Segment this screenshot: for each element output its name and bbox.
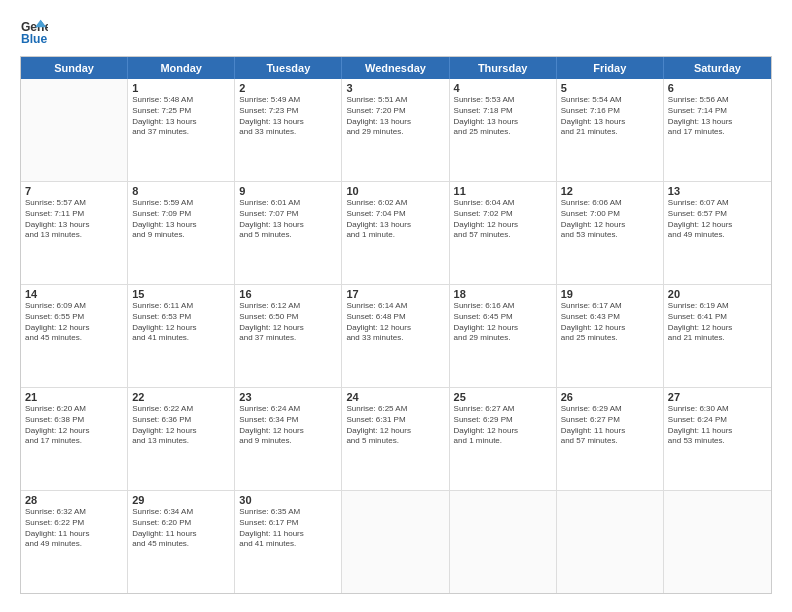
cell-detail: Sunrise: 6:11 AM Sunset: 6:53 PM Dayligh… xyxy=(132,301,230,344)
day-number: 9 xyxy=(239,185,337,197)
calendar-cell: 5Sunrise: 5:54 AM Sunset: 7:16 PM Daylig… xyxy=(557,79,664,181)
day-number: 28 xyxy=(25,494,123,506)
day-number: 1 xyxy=(132,82,230,94)
cell-detail: Sunrise: 6:30 AM Sunset: 6:24 PM Dayligh… xyxy=(668,404,767,447)
cell-detail: Sunrise: 6:20 AM Sunset: 6:38 PM Dayligh… xyxy=(25,404,123,447)
calendar-cell: 25Sunrise: 6:27 AM Sunset: 6:29 PM Dayli… xyxy=(450,388,557,490)
cell-detail: Sunrise: 6:16 AM Sunset: 6:45 PM Dayligh… xyxy=(454,301,552,344)
day-number: 11 xyxy=(454,185,552,197)
header-day-sunday: Sunday xyxy=(21,57,128,79)
calendar-cell: 12Sunrise: 6:06 AM Sunset: 7:00 PM Dayli… xyxy=(557,182,664,284)
cell-detail: Sunrise: 6:24 AM Sunset: 6:34 PM Dayligh… xyxy=(239,404,337,447)
cell-detail: Sunrise: 6:12 AM Sunset: 6:50 PM Dayligh… xyxy=(239,301,337,344)
cell-detail: Sunrise: 6:27 AM Sunset: 6:29 PM Dayligh… xyxy=(454,404,552,447)
cell-detail: Sunrise: 5:57 AM Sunset: 7:11 PM Dayligh… xyxy=(25,198,123,241)
calendar-cell: 30Sunrise: 6:35 AM Sunset: 6:17 PM Dayli… xyxy=(235,491,342,593)
cell-detail: Sunrise: 5:53 AM Sunset: 7:18 PM Dayligh… xyxy=(454,95,552,138)
day-number: 8 xyxy=(132,185,230,197)
cell-detail: Sunrise: 6:17 AM Sunset: 6:43 PM Dayligh… xyxy=(561,301,659,344)
logo: General Blue xyxy=(20,18,52,46)
calendar-cell: 22Sunrise: 6:22 AM Sunset: 6:36 PM Dayli… xyxy=(128,388,235,490)
cell-detail: Sunrise: 6:09 AM Sunset: 6:55 PM Dayligh… xyxy=(25,301,123,344)
day-number: 30 xyxy=(239,494,337,506)
calendar-cell: 13Sunrise: 6:07 AM Sunset: 6:57 PM Dayli… xyxy=(664,182,771,284)
header-day-monday: Monday xyxy=(128,57,235,79)
calendar-cell: 16Sunrise: 6:12 AM Sunset: 6:50 PM Dayli… xyxy=(235,285,342,387)
cell-detail: Sunrise: 6:29 AM Sunset: 6:27 PM Dayligh… xyxy=(561,404,659,447)
calendar-body: 1Sunrise: 5:48 AM Sunset: 7:25 PM Daylig… xyxy=(21,79,771,593)
day-number: 4 xyxy=(454,82,552,94)
calendar-cell: 27Sunrise: 6:30 AM Sunset: 6:24 PM Dayli… xyxy=(664,388,771,490)
calendar-cell: 29Sunrise: 6:34 AM Sunset: 6:20 PM Dayli… xyxy=(128,491,235,593)
header: General Blue xyxy=(20,18,772,46)
calendar-cell xyxy=(21,79,128,181)
day-number: 16 xyxy=(239,288,337,300)
cell-detail: Sunrise: 6:01 AM Sunset: 7:07 PM Dayligh… xyxy=(239,198,337,241)
calendar-cell: 26Sunrise: 6:29 AM Sunset: 6:27 PM Dayli… xyxy=(557,388,664,490)
calendar-cell: 23Sunrise: 6:24 AM Sunset: 6:34 PM Dayli… xyxy=(235,388,342,490)
header-day-tuesday: Tuesday xyxy=(235,57,342,79)
page: General Blue SundayMondayTuesdayWednesda… xyxy=(0,0,792,612)
calendar-cell: 6Sunrise: 5:56 AM Sunset: 7:14 PM Daylig… xyxy=(664,79,771,181)
header-day-friday: Friday xyxy=(557,57,664,79)
calendar-cell: 18Sunrise: 6:16 AM Sunset: 6:45 PM Dayli… xyxy=(450,285,557,387)
calendar-cell: 21Sunrise: 6:20 AM Sunset: 6:38 PM Dayli… xyxy=(21,388,128,490)
day-number: 13 xyxy=(668,185,767,197)
day-number: 14 xyxy=(25,288,123,300)
header-day-thursday: Thursday xyxy=(450,57,557,79)
day-number: 25 xyxy=(454,391,552,403)
cell-detail: Sunrise: 6:34 AM Sunset: 6:20 PM Dayligh… xyxy=(132,507,230,550)
day-number: 2 xyxy=(239,82,337,94)
logo-icon: General Blue xyxy=(20,18,48,46)
calendar-row-3: 14Sunrise: 6:09 AM Sunset: 6:55 PM Dayli… xyxy=(21,285,771,388)
day-number: 19 xyxy=(561,288,659,300)
cell-detail: Sunrise: 6:06 AM Sunset: 7:00 PM Dayligh… xyxy=(561,198,659,241)
calendar-row-2: 7Sunrise: 5:57 AM Sunset: 7:11 PM Daylig… xyxy=(21,182,771,285)
cell-detail: Sunrise: 6:32 AM Sunset: 6:22 PM Dayligh… xyxy=(25,507,123,550)
day-number: 21 xyxy=(25,391,123,403)
cell-detail: Sunrise: 6:07 AM Sunset: 6:57 PM Dayligh… xyxy=(668,198,767,241)
calendar-cell: 19Sunrise: 6:17 AM Sunset: 6:43 PM Dayli… xyxy=(557,285,664,387)
calendar-cell: 1Sunrise: 5:48 AM Sunset: 7:25 PM Daylig… xyxy=(128,79,235,181)
day-number: 7 xyxy=(25,185,123,197)
calendar-cell: 24Sunrise: 6:25 AM Sunset: 6:31 PM Dayli… xyxy=(342,388,449,490)
cell-detail: Sunrise: 5:48 AM Sunset: 7:25 PM Dayligh… xyxy=(132,95,230,138)
svg-text:Blue: Blue xyxy=(21,32,48,46)
calendar-cell: 8Sunrise: 5:59 AM Sunset: 7:09 PM Daylig… xyxy=(128,182,235,284)
day-number: 10 xyxy=(346,185,444,197)
cell-detail: Sunrise: 6:04 AM Sunset: 7:02 PM Dayligh… xyxy=(454,198,552,241)
day-number: 27 xyxy=(668,391,767,403)
header-day-saturday: Saturday xyxy=(664,57,771,79)
cell-detail: Sunrise: 6:35 AM Sunset: 6:17 PM Dayligh… xyxy=(239,507,337,550)
calendar-row-5: 28Sunrise: 6:32 AM Sunset: 6:22 PM Dayli… xyxy=(21,491,771,593)
cell-detail: Sunrise: 5:54 AM Sunset: 7:16 PM Dayligh… xyxy=(561,95,659,138)
day-number: 3 xyxy=(346,82,444,94)
day-number: 15 xyxy=(132,288,230,300)
cell-detail: Sunrise: 6:25 AM Sunset: 6:31 PM Dayligh… xyxy=(346,404,444,447)
calendar-cell: 2Sunrise: 5:49 AM Sunset: 7:23 PM Daylig… xyxy=(235,79,342,181)
calendar-cell: 9Sunrise: 6:01 AM Sunset: 7:07 PM Daylig… xyxy=(235,182,342,284)
cell-detail: Sunrise: 6:02 AM Sunset: 7:04 PM Dayligh… xyxy=(346,198,444,241)
day-number: 24 xyxy=(346,391,444,403)
calendar-cell xyxy=(450,491,557,593)
cell-detail: Sunrise: 5:51 AM Sunset: 7:20 PM Dayligh… xyxy=(346,95,444,138)
calendar-cell: 3Sunrise: 5:51 AM Sunset: 7:20 PM Daylig… xyxy=(342,79,449,181)
cell-detail: Sunrise: 5:59 AM Sunset: 7:09 PM Dayligh… xyxy=(132,198,230,241)
calendar-cell xyxy=(557,491,664,593)
calendar: SundayMondayTuesdayWednesdayThursdayFrid… xyxy=(20,56,772,594)
calendar-cell: 17Sunrise: 6:14 AM Sunset: 6:48 PM Dayli… xyxy=(342,285,449,387)
day-number: 26 xyxy=(561,391,659,403)
cell-detail: Sunrise: 5:56 AM Sunset: 7:14 PM Dayligh… xyxy=(668,95,767,138)
day-number: 17 xyxy=(346,288,444,300)
day-number: 6 xyxy=(668,82,767,94)
day-number: 12 xyxy=(561,185,659,197)
calendar-header: SundayMondayTuesdayWednesdayThursdayFrid… xyxy=(21,57,771,79)
calendar-cell: 14Sunrise: 6:09 AM Sunset: 6:55 PM Dayli… xyxy=(21,285,128,387)
day-number: 22 xyxy=(132,391,230,403)
calendar-cell: 7Sunrise: 5:57 AM Sunset: 7:11 PM Daylig… xyxy=(21,182,128,284)
calendar-cell xyxy=(664,491,771,593)
cell-detail: Sunrise: 6:19 AM Sunset: 6:41 PM Dayligh… xyxy=(668,301,767,344)
calendar-cell: 20Sunrise: 6:19 AM Sunset: 6:41 PM Dayli… xyxy=(664,285,771,387)
day-number: 29 xyxy=(132,494,230,506)
day-number: 5 xyxy=(561,82,659,94)
